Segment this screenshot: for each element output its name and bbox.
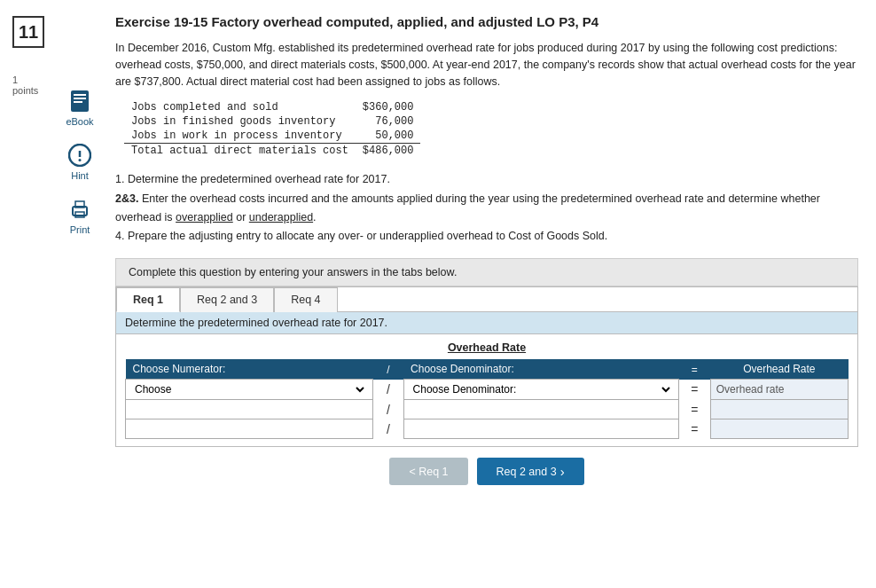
numerator-input-cell-2[interactable] <box>126 400 373 419</box>
instruction-4-text: Prepare the adjusting entry to allocate … <box>124 230 607 242</box>
overhead-section: Overhead Rate Choose Numerator: / Choose… <box>116 334 857 446</box>
numerator-input-2[interactable] <box>131 404 367 416</box>
equals-3: = <box>679 419 711 439</box>
hint-icon <box>67 143 92 168</box>
row-amount: 50,000 <box>356 129 421 144</box>
divider-1: / <box>373 380 403 400</box>
cost-table: Jobs completed and sold $360,000 Jobs in… <box>124 100 420 158</box>
tabs-row: Req 1 Req 2 and 3 Req 4 <box>116 287 857 312</box>
result-cell-1: Overhead rate <box>710 380 848 400</box>
instruction-1-text: Determine the predetermined overhead rat… <box>124 173 389 185</box>
divider-2: / <box>373 400 403 419</box>
numerator-select-cell-1[interactable]: Choose Overhead costs Direct materials c… <box>126 380 373 400</box>
overhead-table: Choose Numerator: / Choose Denominator: … <box>125 359 849 439</box>
ebook-label: eBook <box>66 116 93 127</box>
divider-3: / <box>373 419 403 439</box>
denominator-select-1[interactable]: Choose Denominator: Overhead costs Direc… <box>410 382 673 396</box>
header-denominator: Choose Denominator: <box>403 359 678 380</box>
overhead-row-2: / = <box>126 400 849 419</box>
row-label: Jobs completed and sold <box>124 100 356 114</box>
header-result: Overhead Rate <box>710 359 848 380</box>
overhead-rate-title: Overhead Rate <box>125 341 849 354</box>
tab-req1[interactable]: Req 1 <box>116 287 180 312</box>
table-row: Jobs completed and sold $360,000 <box>124 100 420 114</box>
points-label: points <box>12 85 44 96</box>
overhead-row-1: Choose Overhead costs Direct materials c… <box>126 380 849 400</box>
numerator-select-1[interactable]: Choose Overhead costs Direct materials c… <box>131 382 367 396</box>
instruction-1-num: 1. <box>115 173 124 185</box>
row-amount: $360,000 <box>356 100 421 114</box>
denominator-input-3[interactable] <box>410 423 673 435</box>
row-label: Jobs in finished goods inventory <box>124 114 356 129</box>
row-label: Jobs in work in process inventory <box>124 129 356 144</box>
denominator-input-cell-3[interactable] <box>403 419 678 439</box>
instruction-2-text: Enter the overhead costs incurred and th… <box>115 192 820 223</box>
header-numerator: Choose Numerator: <box>126 359 373 380</box>
result-cell-2 <box>710 400 848 419</box>
denominator-input-2[interactable] <box>410 404 673 416</box>
sidebar-item-print[interactable]: Print <box>67 197 92 235</box>
complete-box: Complete this question by entering your … <box>115 258 858 286</box>
svg-rect-1 <box>74 94 86 96</box>
total-label: Total actual direct materials cost <box>124 144 356 159</box>
intro-text: In December 2016, Custom Mfg. establishe… <box>115 40 858 90</box>
instructions: 1. Determine the predetermined overhead … <box>115 170 858 246</box>
table-total-row: Total actual direct materials cost $486,… <box>124 144 420 159</box>
total-amount: $486,000 <box>356 144 421 159</box>
table-row: Jobs in finished goods inventory 76,000 <box>124 114 420 129</box>
blue-bar: Determine the predetermined overhead rat… <box>116 312 857 334</box>
points-value: 1 <box>12 74 44 85</box>
sidebar-item-hint[interactable]: Hint <box>67 143 92 181</box>
equals-2: = <box>679 400 711 419</box>
hint-label: Hint <box>71 170 89 181</box>
numerator-input-3[interactable] <box>131 423 367 435</box>
result-cell-3 <box>710 419 848 439</box>
instruction-4-num: 4. <box>115 230 124 242</box>
svg-rect-2 <box>74 98 86 99</box>
row-amount: 76,000 <box>356 114 421 129</box>
nav-buttons: < Req 1 Req 2 and 3 <box>115 447 858 496</box>
denominator-select-cell-1[interactable]: Choose Denominator: Overhead costs Direc… <box>403 380 678 400</box>
header-equals: = <box>679 359 711 380</box>
header-divider: / <box>373 359 403 380</box>
overhead-row-3: / = <box>126 419 849 439</box>
next-button[interactable]: Req 2 and 3 <box>477 458 584 485</box>
sidebar-item-ebook[interactable]: eBook <box>66 89 93 127</box>
svg-point-6 <box>79 159 82 161</box>
print-icon <box>67 197 92 222</box>
exercise-title: Exercise 19-15 Factory overhead computed… <box>115 14 858 29</box>
question-number: 11 <box>12 16 44 48</box>
prev-button[interactable]: < Req 1 <box>389 458 467 485</box>
tab-req4[interactable]: Req 4 <box>274 287 337 312</box>
instruction-2-num: 2&3. <box>115 192 138 205</box>
table-row: Jobs in work in process inventory 50,000 <box>124 129 420 144</box>
equals-1: = <box>679 380 711 400</box>
tabs-container: Req 1 Req 2 and 3 Req 4 Determine the pr… <box>115 286 858 447</box>
ebook-icon <box>67 89 92 114</box>
print-label: Print <box>70 224 90 235</box>
tab-req2and3[interactable]: Req 2 and 3 <box>180 287 274 312</box>
denominator-input-cell-2[interactable] <box>403 400 678 419</box>
numerator-input-cell-3[interactable] <box>126 419 373 439</box>
svg-rect-3 <box>74 101 82 103</box>
overhead-table-header: Choose Numerator: / Choose Denominator: … <box>126 359 849 380</box>
